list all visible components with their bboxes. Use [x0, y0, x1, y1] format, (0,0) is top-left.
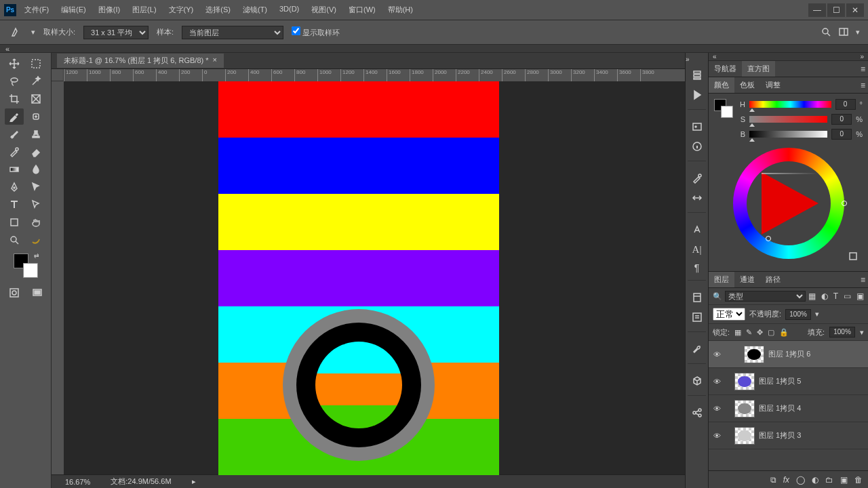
- layer-filter-select[interactable]: 类型: [725, 291, 806, 302]
- panel-menu-icon[interactable]: ≡: [861, 275, 865, 285]
- tab-layers[interactable]: 图层: [709, 272, 734, 287]
- minimize-button[interactable]: —: [808, 3, 826, 17]
- search-icon[interactable]: [821, 26, 831, 39]
- sat-slider[interactable]: [749, 116, 827, 123]
- fill-value[interactable]: 100%: [829, 327, 855, 338]
- canvas[interactable]: [64, 81, 685, 474]
- menu-image[interactable]: 图像(I): [98, 5, 120, 15]
- sb-marker[interactable]: [766, 236, 771, 241]
- lasso-tool[interactable]: [5, 73, 24, 89]
- wand-tool[interactable]: [26, 73, 45, 89]
- wrench-icon[interactable]: [692, 344, 703, 357]
- document-tab[interactable]: 未标题-1 @ 16.7% (图层 1 拷贝 6, RGB/8) * ×: [57, 54, 224, 68]
- tab-navigator[interactable]: 导航器: [709, 61, 742, 77]
- tab-paths[interactable]: 路径: [760, 272, 786, 287]
- sample-size-select[interactable]: 31 x 31 平均: [83, 26, 149, 39]
- comments-icon[interactable]: [692, 312, 703, 325]
- panel-menu-icon[interactable]: ≡: [861, 64, 865, 74]
- adjustment-icon[interactable]: ◐: [812, 475, 818, 485]
- tab-channels[interactable]: 通道: [734, 272, 760, 287]
- hand-tool[interactable]: [26, 214, 45, 230]
- frame-tool[interactable]: [26, 91, 45, 107]
- pen-tool[interactable]: [5, 179, 24, 195]
- blend-mode-select[interactable]: 正常: [713, 308, 745, 321]
- menu-layer[interactable]: 图层(L): [132, 5, 156, 15]
- menu-filter[interactable]: 滤镜(T): [243, 5, 267, 15]
- layer-name[interactable]: 图层 1拷贝 4: [759, 403, 801, 413]
- menu-3d[interactable]: 3D(D): [279, 5, 299, 15]
- workspace-icon[interactable]: [838, 26, 849, 39]
- close-tab-icon[interactable]: ×: [213, 56, 217, 66]
- hue-value[interactable]: 0: [835, 99, 856, 110]
- visibility-icon[interactable]: 👁: [711, 350, 722, 359]
- tab-color[interactable]: 颜色: [709, 77, 734, 93]
- layer-thumb[interactable]: [744, 346, 764, 363]
- direct-select-tool[interactable]: [26, 179, 45, 195]
- stamp-tool[interactable]: [26, 126, 45, 142]
- brush-settings-icon[interactable]: [692, 173, 703, 186]
- filter-smart-icon[interactable]: ▣: [856, 291, 864, 301]
- menu-select[interactable]: 选择(S): [205, 5, 231, 15]
- info-icon[interactable]: [692, 141, 703, 154]
- history-icon[interactable]: [692, 70, 703, 83]
- menu-window[interactable]: 窗口(W): [349, 5, 376, 15]
- crop-tool[interactable]: [5, 91, 24, 107]
- link-layers-icon[interactable]: ⧉: [770, 475, 776, 485]
- current-tool-icon[interactable]: [8, 25, 23, 40]
- new-layer-icon[interactable]: ▣: [840, 475, 848, 485]
- paragraph-a-icon[interactable]: A|: [692, 244, 702, 256]
- move-tool[interactable]: [5, 56, 24, 72]
- visibility-icon[interactable]: 👁: [711, 378, 722, 386]
- filter-shape-icon[interactable]: ▭: [844, 291, 851, 301]
- panel-menu-icon[interactable]: ≡: [861, 81, 865, 90]
- status-arrow-icon[interactable]: ▸: [192, 477, 196, 486]
- history-brush-tool[interactable]: [5, 144, 24, 160]
- layer-name[interactable]: 图层 1拷贝 5: [759, 376, 801, 386]
- group-icon[interactable]: 🗀: [825, 475, 833, 485]
- layer-row[interactable]: 👁 图层 1拷贝 4: [709, 395, 868, 422]
- menu-edit[interactable]: 编辑(E): [61, 5, 86, 15]
- tab-adjust[interactable]: 调整: [760, 77, 786, 93]
- sat-value[interactable]: 0: [831, 114, 852, 125]
- bri-slider[interactable]: [749, 131, 827, 138]
- brushes-icon[interactable]: [692, 192, 703, 205]
- visibility-icon[interactable]: 👁: [711, 405, 722, 413]
- tab-swatches[interactable]: 色板: [734, 77, 760, 93]
- swap-colors-icon[interactable]: ⇄: [34, 252, 39, 259]
- expand-wheel-icon[interactable]: [848, 251, 859, 263]
- gradient-tool[interactable]: [5, 161, 24, 178]
- trash-icon[interactable]: 🗑: [854, 475, 863, 485]
- show-ring-check[interactable]: 显示取样环: [292, 26, 340, 38]
- background-swatch[interactable]: [23, 263, 38, 278]
- marquee-tool[interactable]: [26, 56, 45, 72]
- color-swatches[interactable]: ⇄: [14, 253, 38, 278]
- layer-thumb[interactable]: [734, 427, 755, 445]
- sample-select[interactable]: 当前图层: [182, 26, 283, 39]
- zoom-tool[interactable]: [5, 232, 24, 248]
- 3d-icon[interactable]: [692, 375, 703, 388]
- paragraph-icon[interactable]: ¶: [694, 262, 700, 273]
- menu-type[interactable]: 文字(Y): [169, 5, 194, 15]
- quickmask-tool[interactable]: [5, 285, 24, 301]
- layer-thumb[interactable]: [734, 373, 755, 390]
- menu-file[interactable]: 文件(F): [24, 5, 49, 15]
- lock-all-icon[interactable]: 🔒: [779, 328, 789, 337]
- layer-row[interactable]: 👁 图层 1拷贝 3: [709, 422, 868, 449]
- filter-type-icon[interactable]: T: [833, 291, 838, 301]
- menu-view[interactable]: 视图(V): [311, 5, 336, 15]
- maximize-button[interactable]: ☐: [827, 3, 845, 17]
- path-select-tool[interactable]: [26, 197, 45, 213]
- bri-value[interactable]: 0: [831, 129, 852, 140]
- blur-tool[interactable]: [26, 161, 45, 178]
- heal-tool[interactable]: [26, 108, 45, 125]
- layer-name[interactable]: 图层 1拷贝 6: [768, 349, 810, 359]
- mask-icon[interactable]: ◯: [796, 475, 805, 485]
- lock-paint-icon[interactable]: ✎: [746, 328, 752, 337]
- brush-tool[interactable]: [5, 126, 24, 142]
- libraries-icon[interactable]: [692, 292, 703, 305]
- lock-pos-icon[interactable]: ✥: [757, 328, 763, 337]
- opacity-value[interactable]: 100%: [785, 309, 811, 320]
- layer-row[interactable]: 👁 图层 1拷贝 6: [709, 341, 868, 368]
- menu-help[interactable]: 帮助(H): [388, 5, 413, 15]
- close-button[interactable]: ✕: [846, 3, 864, 17]
